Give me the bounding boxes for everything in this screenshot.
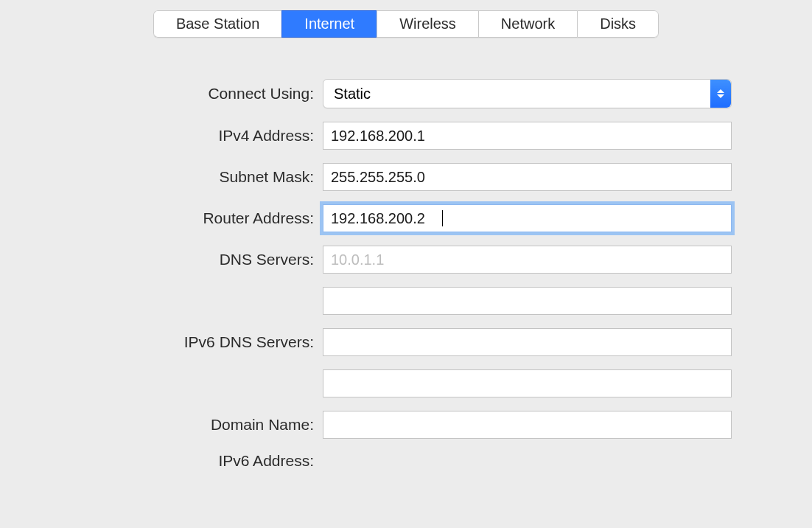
row-connect-using: Connect Using: Static: [15, 79, 797, 108]
router-address-field[interactable]: [323, 204, 732, 232]
row-ipv6-address: IPv6 Address:: [15, 452, 797, 470]
label-ipv6-dns-servers: IPv6 DNS Servers:: [15, 333, 323, 351]
row-subnet-mask: Subnet Mask:: [15, 163, 797, 191]
connect-using-value: Static: [334, 86, 371, 103]
row-router-address: Router Address:: [15, 204, 797, 232]
label-dns-servers: DNS Servers:: [15, 251, 323, 268]
domain-name-field[interactable]: [323, 411, 732, 439]
label-subnet-mask: Subnet Mask:: [15, 168, 323, 186]
tab-internet[interactable]: Internet: [281, 10, 377, 38]
row-ipv4-address: IPv4 Address:: [15, 122, 797, 150]
ipv6-dns-server-1-field[interactable]: [323, 328, 732, 356]
text-cursor-icon: [442, 210, 443, 226]
tab-disks[interactable]: Disks: [577, 10, 659, 38]
row-ipv6-dns-servers: IPv6 DNS Servers:: [15, 328, 797, 356]
label-domain-name: Domain Name:: [15, 416, 323, 434]
row-ipv6-dns-servers-2: [15, 369, 797, 397]
tab-group: Base Station Internet Wireless Network D…: [153, 10, 659, 38]
label-ipv6-address: IPv6 Address:: [15, 452, 323, 470]
dns-server-1-field[interactable]: [323, 246, 732, 274]
chevron-up-down-icon: [710, 80, 731, 108]
ipv6-dns-server-2-field[interactable]: [323, 369, 732, 397]
row-dns-servers-2: [15, 287, 797, 315]
label-connect-using: Connect Using:: [15, 85, 323, 103]
label-ipv4-address: IPv4 Address:: [15, 127, 323, 145]
tab-bar: Base Station Internet Wireless Network D…: [0, 0, 812, 38]
tab-base-station[interactable]: Base Station: [153, 10, 281, 38]
subnet-mask-field[interactable]: [323, 163, 732, 191]
row-domain-name: Domain Name:: [15, 411, 797, 439]
tab-wireless[interactable]: Wireless: [377, 10, 478, 38]
internet-form: Connect Using: Static IPv4 Address: Subn…: [0, 79, 812, 470]
connect-using-select[interactable]: Static: [323, 79, 732, 108]
ipv4-address-field[interactable]: [323, 122, 732, 150]
row-dns-servers: DNS Servers:: [15, 246, 797, 274]
dns-server-2-field[interactable]: [323, 287, 732, 315]
tab-network[interactable]: Network: [478, 10, 577, 38]
label-router-address: Router Address:: [15, 209, 323, 227]
